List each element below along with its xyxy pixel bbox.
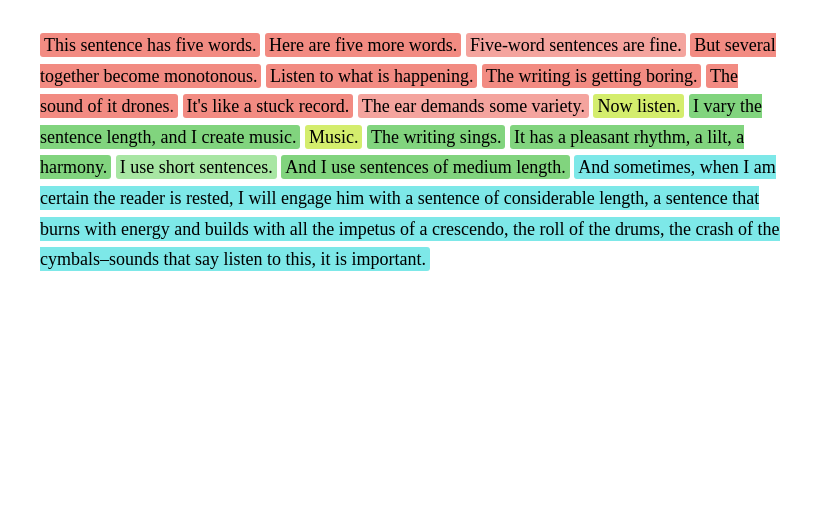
text-container: This sentence has five words. Here are f… bbox=[40, 30, 785, 275]
sentence-3: Five-word sentences are fine. bbox=[466, 33, 686, 57]
sentence-13: The writing sings. bbox=[367, 125, 506, 149]
sentence-16: And I use sentences of medium length. bbox=[281, 155, 569, 179]
sentence-2: Here are five more words. bbox=[265, 33, 461, 57]
sentence-1: This sentence has five words. bbox=[40, 33, 260, 57]
sentence-5: Listen to what is happening. bbox=[266, 64, 477, 88]
sentence-10: Now listen. bbox=[593, 94, 684, 118]
sentence-9: The ear demands some variety. bbox=[358, 94, 589, 118]
sentence-12: Music. bbox=[305, 125, 363, 149]
sentence-6: The writing is getting boring. bbox=[482, 64, 701, 88]
sentence-8: It's like a stuck record. bbox=[183, 94, 354, 118]
sentence-15: I use short sentences. bbox=[116, 155, 277, 179]
